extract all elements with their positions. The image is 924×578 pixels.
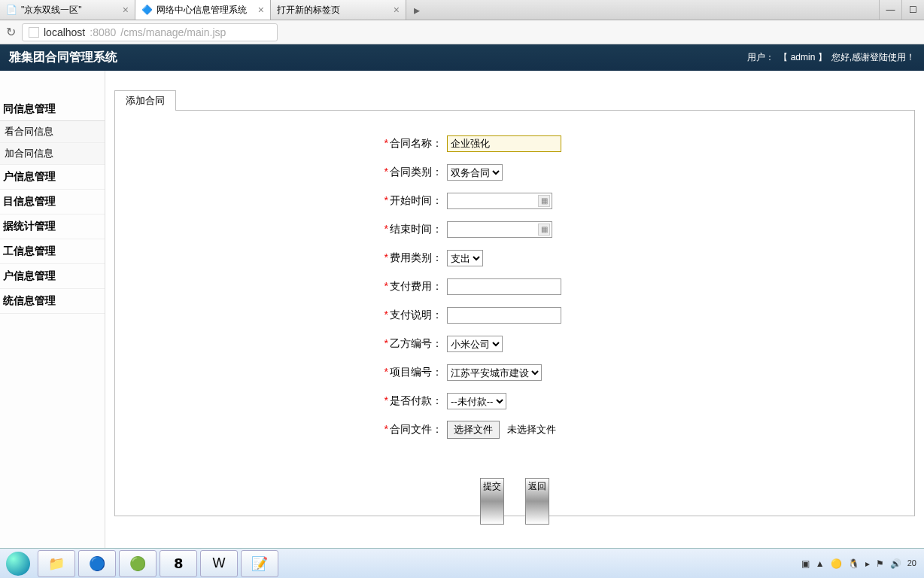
contract-type-select[interactable]: 双务合同: [447, 164, 503, 181]
browser-tab-2[interactable]: 🔷 网络中心信息管理系统 ×: [135, 0, 271, 20]
address-bar: ↻ localhost:8080/cms/manage/main.jsp: [0, 20, 924, 44]
end-time-input[interactable]: [447, 221, 552, 238]
tab-favicon: 📄: [6, 5, 17, 15]
file-status: 未选择文件: [507, 424, 556, 435]
sidebar-item[interactable]: 据统计管理: [0, 214, 105, 239]
task-chrome[interactable]: 🔵: [78, 550, 116, 577]
url-host: localhost: [44, 26, 85, 38]
close-icon[interactable]: ×: [123, 4, 129, 16]
flag-icon[interactable]: ⚑: [876, 558, 884, 569]
fee-type-select[interactable]: 支出: [447, 250, 483, 266]
tab-favicon: 🔷: [141, 5, 152, 15]
pay-fee-input[interactable]: [447, 278, 561, 295]
app-title: 雅集团合同管理系统: [9, 50, 117, 65]
form-panel: *合同名称： *合同类别： 双务合同 *开始时间： ▦ *结束时间： ▦ *费用…: [114, 110, 915, 516]
volume-icon[interactable]: 🔊: [890, 558, 901, 569]
minimize-button[interactable]: —: [879, 0, 901, 20]
pay-desc-input[interactable]: [447, 307, 561, 324]
tab-add-contract[interactable]: 添加合同: [114, 90, 176, 111]
sidebar-item[interactable]: 统信息管理: [0, 289, 105, 314]
label-file: 合同文件：: [390, 423, 442, 435]
clock[interactable]: 20: [907, 558, 916, 567]
sidebar-item[interactable]: 户信息管理: [0, 264, 105, 289]
sidebar-item[interactable]: 目信息管理: [0, 190, 105, 214]
label-contract-type: 合同类别：: [390, 166, 442, 178]
label-pay-desc: 支付说明：: [390, 309, 442, 321]
sidebar-item-view-contract[interactable]: 看合同信息: [0, 121, 105, 143]
tray-icon[interactable]: 🟡: [831, 558, 842, 569]
choose-file-button[interactable]: 选择文件: [447, 421, 500, 439]
label-paid: 是否付款：: [390, 394, 442, 406]
submit-button[interactable]: 提交: [480, 478, 504, 525]
tray-icon[interactable]: ▸: [865, 558, 870, 569]
party-b-select[interactable]: 小米公司: [447, 336, 503, 352]
content-tab-strip: 添加合同: [114, 90, 176, 111]
tray-icon[interactable]: ▣: [801, 558, 810, 569]
maximize-button[interactable]: ☐: [901, 0, 924, 20]
reload-icon[interactable]: ↻: [6, 25, 16, 39]
sidebar-item[interactable]: 工信息管理: [0, 239, 105, 264]
chevron-up-icon[interactable]: ▲: [816, 558, 825, 569]
label-project: 项目编号：: [390, 366, 442, 378]
greeting: 您好,感谢登陆使用！: [831, 51, 915, 64]
task-notepad[interactable]: 📝: [241, 550, 278, 577]
url-port: :8080: [90, 26, 116, 38]
task-app2[interactable]: 𝟴: [160, 550, 197, 577]
url-input[interactable]: localhost:8080/cms/manage/main.jsp: [22, 23, 278, 41]
page-icon: [29, 27, 39, 38]
close-icon[interactable]: ×: [394, 4, 400, 16]
tab-title: "京东双线一区": [21, 4, 82, 17]
app-header: 雅集团合同管理系统 用户： 【 admin 】 您好,感谢登陆使用！: [0, 44, 924, 71]
start-time-input[interactable]: [447, 193, 552, 209]
tab-title: 网络中心信息管理系统: [157, 4, 247, 17]
label-contract-name: 合同名称：: [390, 137, 442, 149]
label-end-time: 结束时间：: [390, 223, 442, 235]
window-controls: — ☐: [879, 0, 924, 20]
browser-tab-3[interactable]: 打开新的标签页 ×: [271, 0, 406, 20]
contract-name-input[interactable]: [447, 135, 561, 152]
calendar-icon[interactable]: ▦: [538, 195, 550, 207]
paid-select[interactable]: --未付款--: [447, 393, 506, 409]
url-path: /cms/manage/main.jsp: [120, 26, 226, 38]
user-name: 【 admin 】: [779, 51, 826, 64]
taskbar: 📁 🔵 🟢 𝟴 W 📝 ▣ ▲ 🟡 🐧 ▸ ⚑ 🔊 20: [0, 548, 924, 578]
task-word[interactable]: W: [200, 550, 238, 577]
browser-tab-1[interactable]: 📄 "京东双线一区" ×: [0, 0, 135, 20]
user-info: 用户： 【 admin 】 您好,感谢登陆使用！: [747, 51, 915, 64]
label-party-b: 乙方编号：: [390, 337, 442, 349]
tray-icon[interactable]: 🐧: [848, 558, 859, 569]
system-tray: ▣ ▲ 🟡 🐧 ▸ ⚑ 🔊 20: [801, 558, 924, 569]
start-button[interactable]: [0, 549, 36, 579]
label-pay-fee: 支付费用：: [390, 280, 442, 292]
content-area: 添加合同 *合同名称： *合同类别： 双务合同 *开始时间： ▦ *结束时间：: [105, 71, 924, 548]
browser-tab-strip: 📄 "京东双线一区" × 🔷 网络中心信息管理系统 × 打开新的标签页 × ▸ …: [0, 0, 924, 20]
new-tab-button[interactable]: ▸: [406, 0, 427, 20]
sidebar-section-contract[interactable]: 同信息管理: [0, 98, 105, 121]
close-icon[interactable]: ×: [258, 4, 264, 16]
sidebar-item-add-contract[interactable]: 加合同信息: [0, 143, 105, 165]
label-fee-type: 费用类别：: [390, 251, 442, 263]
project-select[interactable]: 江苏平安城市建设: [447, 364, 542, 381]
task-app[interactable]: 🟢: [119, 550, 157, 577]
back-button[interactable]: 返回: [525, 478, 549, 525]
calendar-icon[interactable]: ▦: [538, 224, 550, 236]
sidebar: 同信息管理 看合同信息 加合同信息 户信息管理 目信息管理 据统计管理 工信息管…: [0, 71, 105, 548]
windows-icon: [6, 552, 30, 576]
sidebar-item[interactable]: 户信息管理: [0, 165, 105, 190]
label-start-time: 开始时间：: [390, 194, 442, 206]
user-label: 用户：: [747, 51, 774, 64]
task-explorer[interactable]: 📁: [38, 550, 75, 577]
tab-title: 打开新的标签页: [277, 4, 340, 17]
